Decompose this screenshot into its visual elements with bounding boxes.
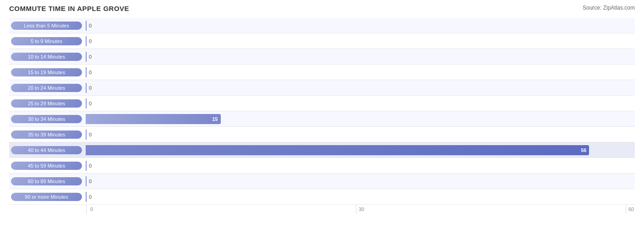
bar-area: 0 (82, 158, 635, 173)
bar-area: 56 (82, 142, 635, 158)
chart-title: COMMUTE TIME IN APPLE GROVE (9, 5, 129, 12)
table-row: 25 to 29 Minutes0 (9, 96, 635, 111)
chart-container: COMMUTE TIME IN APPLE GROVE Source: ZipA… (0, 0, 644, 239)
x-tick-label: 0 (90, 206, 93, 212)
bar-label: 35 to 39 Minutes (11, 130, 82, 139)
bar-value-label: 0 (89, 23, 92, 28)
bar-label: 45 to 59 Minutes (11, 162, 82, 170)
table-row: Less than 5 Minutes0 (9, 18, 635, 33)
x-tick-label: 60 (628, 206, 634, 212)
bar-fill: 56 (86, 145, 589, 155)
bar-area: 0 (82, 33, 635, 49)
bar-value-label: 0 (89, 70, 92, 75)
bar-stub (86, 176, 87, 186)
x-tick-label: 30 (359, 206, 364, 212)
bar-stub (86, 130, 87, 140)
bar-area: 0 (82, 174, 635, 189)
bar-label: 40 to 44 Minutes (11, 146, 82, 154)
table-row: 40 to 44 Minutes56 (9, 142, 635, 158)
bar-label: 60 to 89 Minutes (11, 177, 82, 185)
bar-value-label: 0 (89, 179, 92, 184)
bar-area: 0 (82, 80, 635, 95)
bar-label: 20 to 24 Minutes (11, 84, 82, 92)
bar-area: 0 (82, 96, 635, 111)
chart-source: Source: ZipAtlas.com (583, 5, 635, 11)
table-row: 90 or more Minutes0 (9, 189, 635, 205)
bar-stub (86, 52, 87, 62)
bar-label: 5 to 9 Minutes (11, 37, 82, 45)
bar-area: 0 (82, 189, 635, 204)
bar-label: Less than 5 Minutes (11, 22, 82, 30)
bar-stub (86, 192, 87, 202)
bar-value-label: 0 (89, 163, 92, 168)
bar-area: 0 (82, 65, 635, 80)
table-row: 5 to 9 Minutes0 (9, 33, 635, 49)
bar-fill: 15 (86, 114, 221, 124)
bar-label: 90 or more Minutes (11, 193, 82, 201)
bar-stub (86, 83, 87, 93)
bar-value-label: 56 (581, 147, 586, 153)
table-row: 35 to 39 Minutes0 (9, 127, 635, 142)
bar-stub (86, 161, 87, 171)
table-row: 45 to 59 Minutes0 (9, 158, 635, 174)
bar-stub (86, 67, 87, 77)
chart-body: Less than 5 Minutes05 to 9 Minutes010 to… (9, 18, 635, 214)
bar-stub (86, 36, 87, 46)
bar-area: 0 (82, 127, 635, 142)
bar-value-label: 0 (89, 132, 92, 137)
table-row: 20 to 24 Minutes0 (9, 80, 635, 96)
table-row: 60 to 89 Minutes0 (9, 174, 635, 189)
bar-value-label: 0 (89, 85, 92, 91)
bar-stub (86, 21, 87, 31)
chart-header: COMMUTE TIME IN APPLE GROVE Source: ZipA… (9, 5, 635, 12)
x-axis: 03060 (92, 205, 635, 214)
bar-value-label: 0 (89, 38, 92, 44)
table-row: 10 to 14 Minutes0 (9, 49, 635, 65)
bar-area: 0 (82, 18, 635, 33)
bar-area: 15 (82, 111, 635, 126)
bar-value-label: 0 (89, 101, 92, 106)
bar-value-label: 0 (89, 194, 92, 200)
bar-value-label: 0 (89, 54, 92, 60)
bar-stub (86, 98, 87, 109)
table-row: 15 to 19 Minutes0 (9, 65, 635, 80)
table-row: 30 to 34 Minutes15 (9, 111, 635, 127)
bar-value-label: 15 (212, 116, 218, 122)
bar-label: 10 to 14 Minutes (11, 53, 82, 61)
bar-label: 25 to 29 Minutes (11, 99, 82, 108)
bar-label: 30 to 34 Minutes (11, 115, 82, 123)
bar-area: 0 (82, 49, 635, 64)
bar-label: 15 to 19 Minutes (11, 68, 82, 76)
